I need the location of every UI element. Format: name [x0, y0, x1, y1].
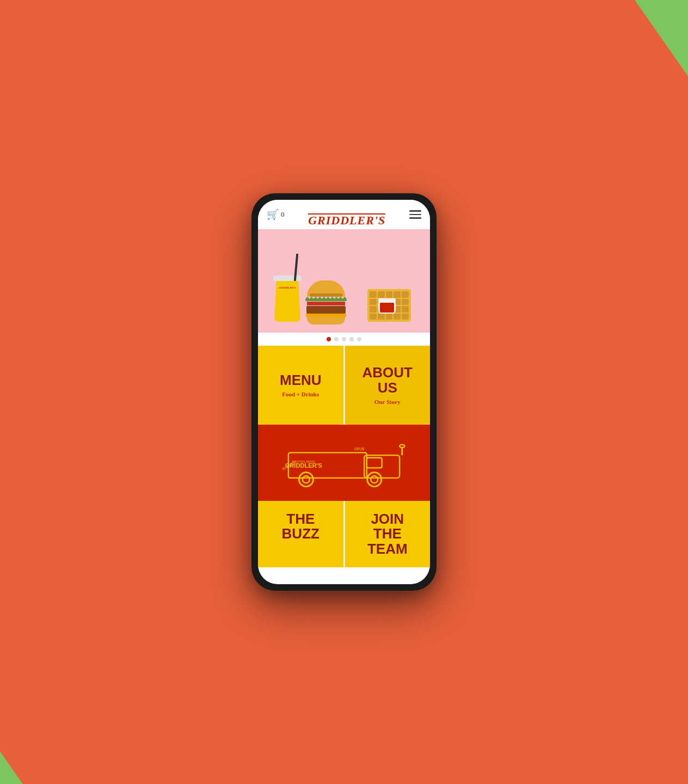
fry-piece — [370, 306, 377, 313]
buzz-button[interactable]: THE BUZZ — [258, 501, 343, 567]
drink-cup: GRIDDLER'S — [274, 275, 302, 322]
fry-piece — [378, 291, 385, 298]
main-grid: MENU Food + Drinks ABOUT US Our Story — [258, 346, 430, 425]
menu-title: MENU — [280, 373, 322, 388]
svg-text:GRUB: GRUB — [354, 447, 365, 451]
phone-frame: 🛒 0 GRIDDLER'S GRIDDLE — [251, 193, 437, 591]
dot-1[interactable] — [327, 337, 331, 341]
waffle-fries — [367, 289, 411, 322]
fry-piece — [402, 299, 409, 305]
cart-button[interactable]: 🛒 0 — [267, 209, 285, 220]
fry-piece — [394, 314, 401, 320]
hamburger-line-3 — [409, 217, 421, 219]
app-header: 🛒 0 GRIDDLER'S — [258, 200, 430, 229]
hamburger-line-1 — [409, 210, 421, 212]
svg-point-4 — [303, 476, 310, 483]
dot-2[interactable] — [334, 337, 339, 341]
tomato — [307, 302, 345, 305]
dot-5[interactable] — [357, 337, 361, 341]
fry-piece — [402, 314, 409, 320]
sauce-inside — [380, 303, 394, 313]
cup-label: GRIDDLER'S — [279, 286, 296, 290]
join-title-line3: TEAM — [367, 542, 408, 556]
menu-subtitle: Food + Drinks — [282, 391, 319, 397]
join-team-button[interactable]: JOIN THE TEAM — [345, 501, 431, 567]
patty — [306, 306, 346, 314]
about-subtitle: Our Story — [374, 399, 401, 405]
hero-banner: GRIDDLER'S — [258, 229, 430, 333]
fry-piece — [370, 291, 377, 298]
dot-4[interactable] — [349, 337, 354, 341]
join-title-line1: JOIN — [371, 512, 404, 526]
truck-banner: GRIDDLER'S BOSTON, MASS BURGER GRUB — [258, 425, 430, 501]
cup-body: GRIDDLER'S — [274, 281, 300, 322]
cart-icon: 🛒 — [267, 209, 279, 220]
burger — [307, 280, 347, 324]
fry-piece — [370, 314, 377, 320]
svg-point-5 — [367, 473, 382, 487]
fry-piece — [378, 314, 385, 320]
fry-piece — [370, 299, 377, 305]
fry-piece — [394, 291, 401, 298]
bottom-grid: THE BUZZ JOIN THE TEAM — [258, 501, 430, 567]
fry-piece — [402, 306, 409, 313]
dot-3[interactable] — [342, 337, 346, 341]
truck-illustration: GRIDDLER'S BOSTON, MASS BURGER GRUB — [273, 433, 415, 493]
lettuce — [305, 297, 347, 301]
bun-top — [307, 280, 345, 297]
svg-point-6 — [371, 476, 378, 483]
bun-bottom — [307, 317, 345, 324]
hamburger-line-2 — [409, 214, 421, 216]
svg-point-8 — [400, 445, 404, 448]
logo-text: GRIDDLER'S — [308, 213, 385, 215]
join-title-line2: THE — [373, 526, 402, 541]
about-title: ABOUT US — [354, 365, 422, 395]
fry-piece — [402, 291, 409, 298]
buzz-title-line1: THE — [286, 512, 315, 526]
food-scene: GRIDDLER'S — [258, 229, 430, 333]
menu-button[interactable]: MENU Food + Drinks — [258, 346, 343, 425]
svg-rect-1 — [367, 458, 382, 468]
cart-count: 0 — [281, 210, 285, 219]
menu-button[interactable] — [409, 210, 421, 219]
dipping-sauce — [378, 298, 396, 314]
straw — [294, 254, 298, 281]
fry-piece — [386, 314, 393, 320]
carousel-dots — [258, 333, 430, 346]
phone-screen: 🛒 0 GRIDDLER'S GRIDDLE — [258, 200, 430, 584]
svg-point-3 — [299, 473, 313, 487]
buzz-title-line2: BUZZ — [282, 526, 320, 541]
fry-piece — [386, 291, 393, 298]
cup-lid — [273, 275, 302, 281]
about-us-button[interactable]: ABOUT US Our Story — [345, 346, 431, 425]
